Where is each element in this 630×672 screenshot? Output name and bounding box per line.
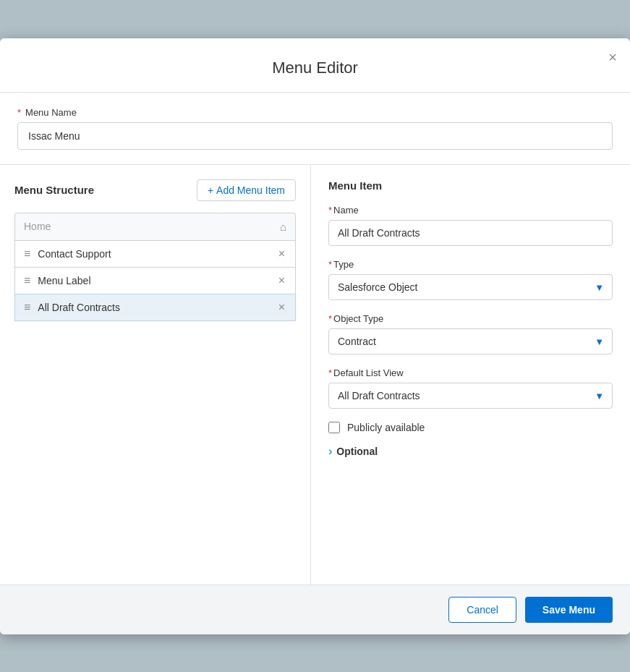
menu-name-label-text: Menu Name bbox=[25, 107, 77, 118]
modal-header: Menu Editor × bbox=[0, 38, 630, 93]
optional-label: Optional bbox=[336, 446, 378, 457]
name-field-label: * Name bbox=[328, 205, 613, 216]
object-type-field-label: * Object Type bbox=[328, 313, 613, 324]
default-list-view-select-wrapper: All Draft Contracts All Contracts My Con… bbox=[328, 383, 613, 409]
menu-item-menu-label[interactable]: ≡ Menu Label × bbox=[14, 267, 296, 294]
right-panel: Menu Item * Name * Type Salesforce Objec… bbox=[311, 165, 630, 584]
drag-icon: ≡ bbox=[24, 302, 30, 313]
type-select[interactable]: Salesforce Object External URL Menu Labe… bbox=[328, 274, 613, 300]
modal-title: Menu Editor bbox=[14, 59, 616, 77]
default-list-view-field-label: * Default List View bbox=[328, 367, 613, 378]
menu-name-label: * Menu Name bbox=[17, 107, 613, 118]
add-menu-item-label: Add Menu Item bbox=[216, 184, 285, 196]
panel-header: Menu Structure + Add Menu Item bbox=[14, 179, 296, 201]
menu-name-section: * Menu Name bbox=[0, 93, 630, 165]
menu-item-home[interactable]: Home ⌂ bbox=[14, 213, 296, 240]
optional-chevron-icon: › bbox=[328, 445, 332, 458]
type-required-star: * bbox=[328, 259, 332, 270]
menu-label-label: Menu Label bbox=[38, 275, 276, 286]
add-icon: + bbox=[208, 184, 213, 196]
object-type-required-star: * bbox=[328, 313, 332, 324]
default-list-view-field-group: * Default List View All Draft Contracts … bbox=[328, 367, 613, 409]
close-button[interactable]: × bbox=[608, 50, 617, 64]
menu-editor-modal: Menu Editor × * Menu Name Menu Structure… bbox=[0, 38, 630, 634]
type-select-wrapper: Salesforce Object External URL Menu Labe… bbox=[328, 274, 613, 300]
name-input[interactable] bbox=[328, 220, 613, 246]
all-draft-contracts-label: All Draft Contracts bbox=[38, 302, 276, 313]
object-type-select[interactable]: Contract Account Opportunity bbox=[328, 328, 613, 354]
menu-name-required: * bbox=[17, 107, 21, 118]
type-label-text: Type bbox=[333, 259, 354, 270]
publicly-available-row: Publicly available bbox=[328, 422, 613, 433]
cancel-button[interactable]: Cancel bbox=[448, 597, 516, 623]
left-panel: Menu Structure + Add Menu Item Home ⌂ ≡ … bbox=[0, 165, 311, 584]
contact-support-label: Contact Support bbox=[38, 248, 276, 260]
home-item-label: Home bbox=[24, 221, 51, 232]
menu-items-list: Home ⌂ ≡ Contact Support × ≡ Menu Label … bbox=[14, 213, 296, 321]
publicly-available-checkbox[interactable] bbox=[328, 422, 340, 433]
type-field-label: * Type bbox=[328, 259, 613, 270]
menu-item-panel-title: Menu Item bbox=[328, 179, 613, 192]
name-field-group: * Name bbox=[328, 205, 613, 246]
modal-footer: Cancel Save Menu bbox=[0, 584, 630, 634]
remove-all-draft-contracts-button[interactable]: × bbox=[277, 302, 286, 313]
content-area: Menu Structure + Add Menu Item Home ⌂ ≡ … bbox=[0, 165, 630, 584]
default-list-view-select[interactable]: All Draft Contracts All Contracts My Con… bbox=[328, 383, 613, 409]
drag-icon: ≡ bbox=[24, 275, 30, 286]
name-label-text: Name bbox=[333, 205, 359, 216]
name-required-star: * bbox=[328, 205, 332, 216]
menu-structure-title: Menu Structure bbox=[14, 184, 94, 196]
publicly-available-label[interactable]: Publicly available bbox=[347, 422, 425, 433]
menu-item-contact-support[interactable]: ≡ Contact Support × bbox=[14, 240, 296, 267]
default-list-view-required-star: * bbox=[328, 367, 332, 378]
object-type-select-wrapper: Contract Account Opportunity bbox=[328, 328, 613, 354]
save-menu-button[interactable]: Save Menu bbox=[525, 597, 613, 623]
object-type-label-text: Object Type bbox=[333, 313, 383, 324]
default-list-view-label-text: Default List View bbox=[333, 367, 404, 378]
menu-name-input[interactable] bbox=[17, 122, 613, 150]
drag-icon: ≡ bbox=[24, 248, 30, 260]
add-menu-item-button[interactable]: + Add Menu Item bbox=[197, 179, 296, 201]
remove-contact-support-button[interactable]: × bbox=[277, 248, 286, 260]
optional-row[interactable]: › Optional bbox=[328, 445, 613, 458]
remove-menu-label-button[interactable]: × bbox=[277, 275, 286, 286]
menu-item-all-draft-contracts[interactable]: ≡ All Draft Contracts × bbox=[14, 294, 296, 321]
type-field-group: * Type Salesforce Object External URL Me… bbox=[328, 259, 613, 300]
object-type-field-group: * Object Type Contract Account Opportuni… bbox=[328, 313, 613, 354]
home-icon: ⌂ bbox=[280, 221, 286, 233]
